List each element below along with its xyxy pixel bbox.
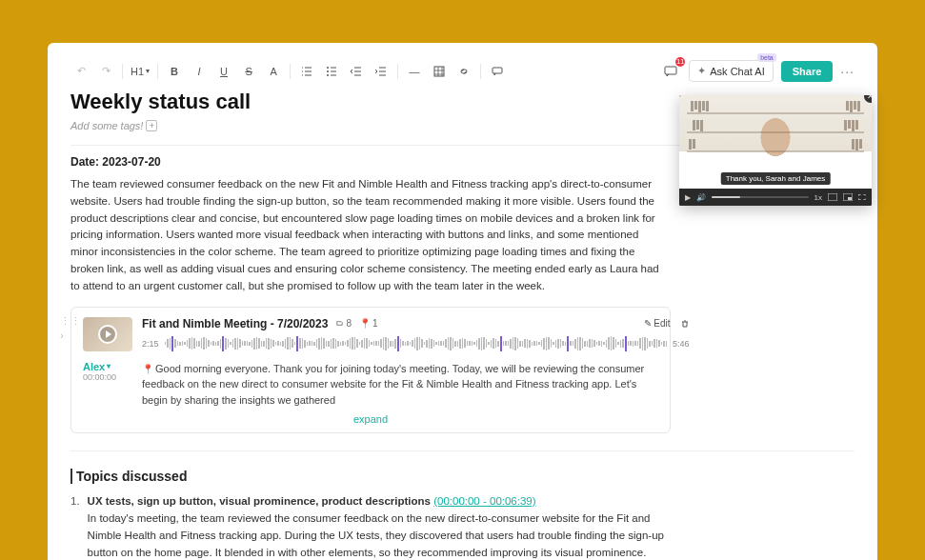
table-button[interactable] [429,61,450,82]
heading-button[interactable]: H1 ▾ [129,61,151,82]
ask-chat-ai-label: Ask Chat AI [710,66,764,77]
collapse-icon[interactable]: › [60,330,81,341]
ordered-list-button[interactable] [296,61,317,82]
separator [290,64,291,79]
outdent-button[interactable] [346,61,367,82]
pin-count: 📍1 [359,318,378,329]
undo-button[interactable]: ↶ [70,61,91,82]
divider [70,450,855,451]
speaker-time: 00:00:00 [83,372,132,382]
beta-badge: beta [757,53,776,62]
svg-rect-6 [828,193,837,201]
audio-block: ⋮⋮ › Fit and Nimble Meeting - 7/20/2023 … [70,307,671,434]
ask-chat-ai-button[interactable]: ✦ Ask Chat AI beta [689,60,773,82]
toolbar-right: 11 ✦ Ask Chat AI beta Share ··· [660,60,855,82]
link-button[interactable] [453,61,474,82]
video-volume-button[interactable]: 🔊 [696,193,706,202]
separator [480,64,481,79]
play-icon[interactable] [98,325,117,344]
transcript-text: 📍Good morning everyone. Thank you for jo… [142,361,658,409]
video-cc-button[interactable] [828,193,837,201]
italic-button[interactable]: I [189,61,210,82]
svg-rect-4 [493,68,502,73]
edit-button[interactable]: ✎ Edit [644,318,670,329]
add-tag-icon[interactable]: + [146,120,157,131]
summary-paragraph: The team reviewed consumer feedback on t… [70,176,661,295]
topic-number: 1. [70,493,80,560]
video-panel: ✕ Thank you, Sarah and James ▶ 🔊 1x ⛶ [679,95,872,206]
horizontal-rule-button[interactable]: — [404,61,425,82]
video-caption: Thank you, Sarah and James [721,172,831,185]
comment-button[interactable] [487,61,508,82]
svg-point-0 [327,67,329,69]
video-scrubber[interactable] [712,196,809,198]
video-fullscreen-button[interactable]: ⛶ [858,193,866,202]
speaker-name[interactable]: Alex▾ [83,361,111,372]
comment-count-badge: 11 [675,57,685,67]
sparkle-icon: ✦ [697,65,706,77]
bold-button[interactable]: B [164,61,185,82]
block-handle[interactable]: ⋮⋮ › [60,315,81,341]
indent-button[interactable] [371,61,392,82]
video-play-button[interactable]: ▶ [685,193,691,202]
clip-count: 8 [335,318,352,329]
wave-end-time: 5:46 [673,339,690,349]
audio-title: Fit and Nimble Meeting - 7/20/2023 [142,317,328,330]
redo-button[interactable]: ↷ [95,61,116,82]
svg-rect-3 [434,67,444,76]
expand-button[interactable]: expand [83,413,658,425]
separator [122,64,123,79]
topic-timestamp-link[interactable]: (00:00:00 - 00:06:39) [433,495,535,507]
svg-point-1 [327,70,329,72]
topics-heading: Topics discussed [70,469,855,484]
underline-button[interactable]: U [213,61,234,82]
svg-point-2 [327,74,329,76]
more-button[interactable]: ··· [840,64,855,79]
text-color-button[interactable]: A [263,61,284,82]
share-button[interactable]: Share [781,61,834,82]
topic-item: 1. UX tests, sign up button, visual prom… [70,493,666,560]
heading-label: H1 [131,66,144,77]
separator [157,64,158,79]
topic-body: In today's meeting, the team reviewed th… [88,512,666,560]
comments-panel-button[interactable]: 11 [660,61,681,82]
wave-start-time: 2:15 [142,339,159,349]
waveform[interactable] [165,334,668,353]
video-pip-button[interactable] [843,193,853,201]
audio-thumbnail[interactable] [83,317,132,351]
video-controls: ▶ 🔊 1x ⛶ [679,189,872,206]
svg-rect-5 [665,67,676,74]
tags-placeholder: Add some tags! [70,120,143,131]
drag-icon[interactable]: ⋮⋮ [60,315,81,328]
separator [397,64,398,79]
strikethrough-button[interactable]: S [238,61,259,82]
topic-title: UX tests, sign up button, visual promine… [88,495,431,507]
video-speed-button[interactable]: 1x [814,193,822,202]
unordered-list-button[interactable] [321,61,342,82]
toolbar: ↶ ↷ H1 ▾ B I U S A — [70,60,855,82]
svg-rect-8 [848,197,852,200]
pin-icon: 📍 [142,364,153,374]
delete-button[interactable] [680,318,690,329]
video-frame[interactable]: Thank you, Sarah and James [679,95,872,189]
